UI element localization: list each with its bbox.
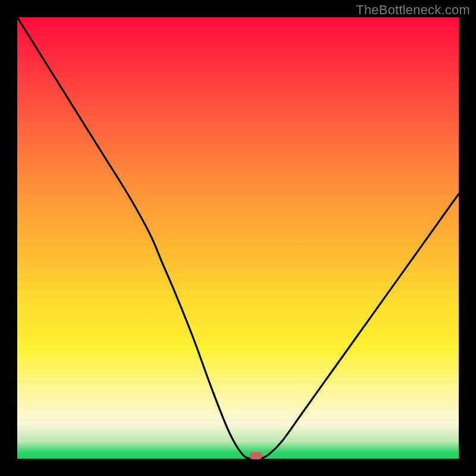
watermark-text: TheBottleneck.com <box>356 2 470 18</box>
chart-plot-area <box>17 17 459 459</box>
curve-minimum-marker <box>249 452 262 459</box>
chart-frame: TheBottleneck.com <box>0 0 476 476</box>
bottleneck-curve <box>17 17 459 459</box>
